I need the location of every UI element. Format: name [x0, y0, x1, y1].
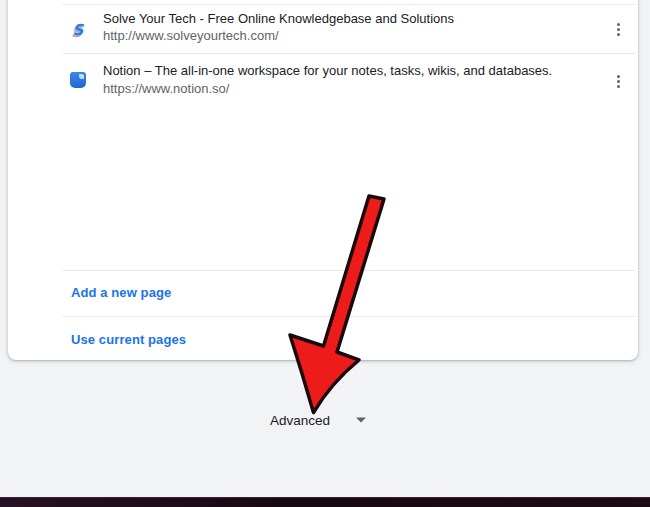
advanced-label: Advanced — [270, 413, 330, 428]
bottom-window-edge — [0, 497, 650, 507]
kebab-menu-icon[interactable] — [607, 15, 629, 43]
page-title: Solve Your Tech - Free Online Knowledgeb… — [103, 11, 454, 26]
add-new-page-link[interactable]: Add a new page — [71, 285, 171, 300]
section-divider — [63, 270, 635, 271]
use-current-pages-link[interactable]: Use current pages — [71, 332, 186, 347]
chevron-down-icon — [356, 417, 366, 423]
kebab-menu-icon[interactable] — [607, 67, 629, 95]
startup-pages-card: S Solve Your Tech - Free Online Knowledg… — [8, 0, 638, 360]
row-divider — [63, 4, 635, 5]
section-divider — [63, 316, 635, 317]
notion-favicon-icon — [70, 72, 86, 88]
advanced-expander-button[interactable]: Advanced — [270, 408, 366, 432]
row-divider — [63, 53, 635, 54]
solveyourtech-favicon-icon: S — [70, 22, 86, 38]
page-title: Notion – The all-in-one workspace for yo… — [103, 63, 552, 78]
page-url: http://www.solveyourtech.com/ — [103, 28, 279, 43]
page-url: https://www.notion.so/ — [103, 81, 229, 96]
